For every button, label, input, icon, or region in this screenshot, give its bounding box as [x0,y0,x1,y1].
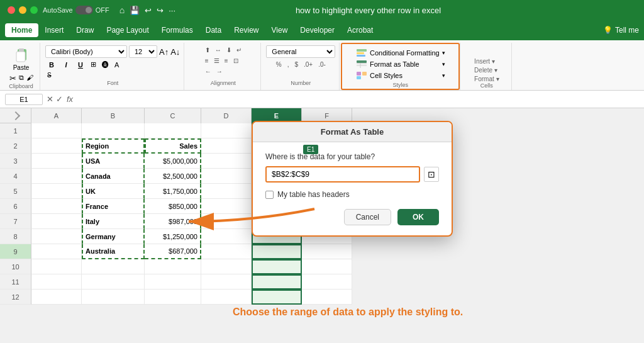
undo-icon[interactable]: ↩ [145,6,152,15]
percent-icon[interactable]: % [274,60,284,69]
cell-a10[interactable] [31,259,82,274]
headers-checkbox[interactable] [265,191,274,199]
paste-button[interactable]: Paste [10,45,33,72]
cell-d2[interactable] [201,138,252,154]
name-box[interactable] [5,94,43,105]
fill-color-icon[interactable]: 🅐 [100,60,111,69]
cell-e11[interactable] [252,274,302,290]
underline-button[interactable]: U [74,60,87,69]
cell-d4[interactable] [201,169,252,184]
cell-b8[interactable]: Germany [82,229,145,244]
cell-b1[interactable] [82,123,145,138]
cell-a7[interactable] [31,214,82,229]
cell-b7[interactable]: Italy [82,214,145,229]
cell-a4[interactable] [31,169,82,184]
number-format-select[interactable]: General Number Currency [266,45,335,58]
cell-c4[interactable]: $2,500,000 [145,169,201,184]
maximize-button[interactable] [30,6,38,14]
cell-b2[interactable]: Region [82,138,145,154]
cell-b12[interactable] [82,290,145,305]
align-left-icon[interactable]: ≡ [203,56,211,65]
cell-c6[interactable]: $850,000 [145,199,201,214]
cell-a8[interactable] [31,229,82,244]
cell-a9[interactable] [31,244,82,259]
cell-d10[interactable] [201,259,252,274]
align-bottom-icon[interactable]: ⬇ [225,45,233,55]
cell-d9[interactable] [201,244,252,259]
cell-f10[interactable] [302,259,352,274]
cut-icon[interactable]: ✂ [9,74,16,83]
cell-a1[interactable] [31,123,82,138]
cell-b10[interactable] [82,259,145,274]
strikethrough-icon[interactable]: S [45,71,53,79]
cell-a6[interactable] [31,199,82,214]
tab-page-layout[interactable]: Page Layout [100,23,155,37]
home-icon[interactable]: ⌂ [119,5,125,15]
cell-b9[interactable]: Australia [82,244,145,259]
tab-view[interactable]: View [265,23,294,37]
cell-a11[interactable] [31,274,82,290]
more-icon[interactable]: ··· [169,6,175,15]
cell-c11[interactable] [145,274,201,290]
save-icon[interactable]: 💾 [130,6,140,15]
format-as-table-dialog[interactable]: Format As Table Where is the data for yo… [252,121,453,237]
font-name-select[interactable]: Calibri (Body) [45,45,127,58]
cell-d6[interactable] [201,199,252,214]
cell-c7[interactable]: $987,000 [145,214,201,229]
cell-d5[interactable] [201,184,252,199]
wrap-text-icon[interactable]: ↵ [235,45,243,55]
comma-icon[interactable]: , [286,60,291,69]
cell-c2[interactable]: Sales [145,138,201,154]
italic-button[interactable]: I [60,60,72,69]
tab-review[interactable]: Review [228,23,265,37]
increase-decimal-icon[interactable]: .0+ [302,60,314,69]
minimize-button[interactable] [19,6,26,14]
cell-e9[interactable] [252,244,302,259]
formula-input[interactable] [77,96,639,103]
cell-c8[interactable]: $1,250,000 [145,229,201,244]
font-color-icon[interactable]: A [113,60,121,69]
cancel-button[interactable]: Cancel [344,209,391,225]
cancel-formula-icon[interactable]: ✕ [47,94,53,104]
cell-a2[interactable] [31,138,82,154]
ok-button[interactable]: OK [397,209,439,225]
cell-d3[interactable] [201,154,252,169]
merge-cells-icon[interactable]: ⊡ [231,56,240,65]
format-as-table-button[interactable]: Format as Table ▾ [354,59,447,69]
decrease-font-icon[interactable]: A↓ [170,47,180,57]
range-selector-icon[interactable]: ⊡ [424,167,439,182]
cell-c1[interactable] [145,123,201,138]
tab-draw[interactable]: Draw [70,23,100,37]
indent-decrease-icon[interactable]: ← [203,67,213,76]
cell-e12[interactable] [252,290,302,305]
cell-c10[interactable] [145,259,201,274]
decrease-decimal-icon[interactable]: .0- [316,60,328,69]
tab-acrobat[interactable]: Acrobat [341,23,379,37]
tab-data[interactable]: Data [199,23,228,37]
font-size-select[interactable]: 12 [129,45,157,58]
delete-button[interactable]: Delete ▾ [474,67,499,74]
cell-d1[interactable] [201,123,252,138]
insert-button[interactable]: Insert ▾ [474,58,499,65]
cell-b4[interactable]: Canada [82,169,145,184]
align-top-icon[interactable]: ⬆ [203,45,212,55]
tab-formulas[interactable]: Formulas [155,23,199,37]
format-painter-icon[interactable]: 🖌 [26,74,33,83]
redo-icon[interactable]: ↪ [157,6,164,15]
cell-f9[interactable] [302,244,352,259]
cell-c9[interactable]: $687,000 [145,244,201,259]
cell-f11[interactable] [302,274,352,290]
bold-button[interactable]: B [45,60,58,69]
cell-c3[interactable]: $5,000,000 [145,154,201,169]
cell-b5[interactable]: UK [82,184,145,199]
align-right-icon[interactable]: ≡ [223,56,230,65]
cell-b11[interactable] [82,274,145,290]
cell-styles-button[interactable]: Cell Styles ▾ [354,70,447,81]
cell-d12[interactable] [201,290,252,305]
conditional-formatting-button[interactable]: Conditional Formatting ▾ [354,48,447,58]
cell-e10[interactable] [252,259,302,274]
cell-a5[interactable] [31,184,82,199]
cell-f12[interactable] [302,290,352,305]
border-icon[interactable]: ⊞ [89,60,98,69]
close-button[interactable] [8,6,15,14]
